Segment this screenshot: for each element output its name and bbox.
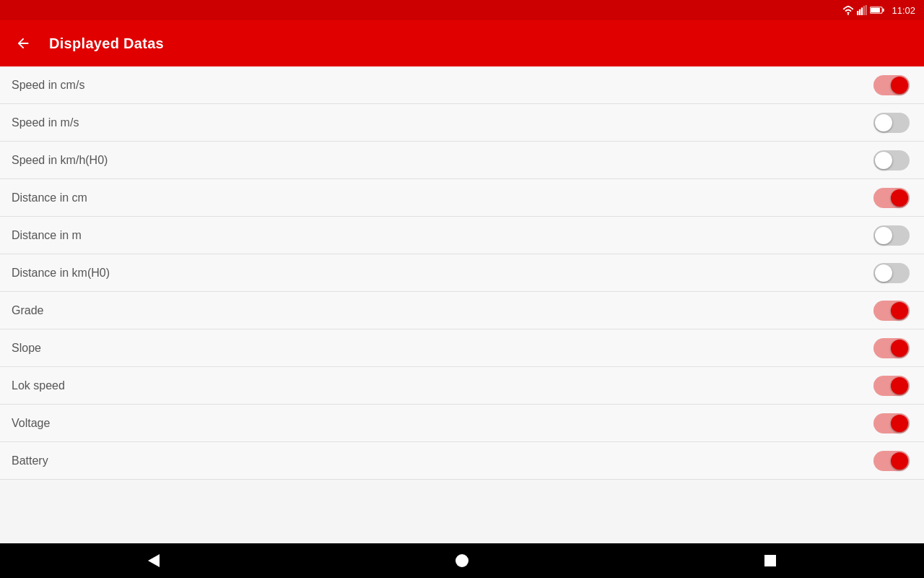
toggle-thumb bbox=[891, 340, 908, 357]
app-bar: Displayed Datas bbox=[0, 20, 924, 66]
app-bar-title: Displayed Datas bbox=[49, 35, 164, 52]
recent-nav-button[interactable] bbox=[749, 543, 792, 578]
home-nav-button[interactable] bbox=[440, 543, 484, 578]
settings-row: Speed in m/s bbox=[0, 104, 924, 142]
toggle-switch[interactable] bbox=[873, 451, 910, 471]
toggle-thumb bbox=[875, 227, 892, 244]
settings-list: Speed in cm/sSpeed in m/sSpeed in km/h(H… bbox=[0, 66, 924, 543]
status-bar-icons: 11:02 bbox=[842, 5, 915, 16]
toggle-switch[interactable] bbox=[873, 376, 910, 396]
settings-row: Distance in cm bbox=[0, 179, 924, 217]
row-label: Battery bbox=[12, 454, 48, 467]
recent-nav-icon bbox=[764, 555, 776, 566]
settings-row: Distance in m bbox=[0, 217, 924, 254]
row-label: Grade bbox=[12, 304, 43, 317]
svg-rect-8 bbox=[871, 8, 881, 12]
row-label: Speed in m/s bbox=[12, 116, 79, 129]
settings-row: Lok speed bbox=[0, 367, 924, 405]
toggle-switch[interactable] bbox=[873, 113, 910, 133]
svg-rect-1 bbox=[857, 11, 858, 15]
toggle-thumb bbox=[891, 77, 908, 94]
wifi-icon bbox=[842, 5, 854, 15]
row-label: Lok speed bbox=[12, 379, 65, 392]
row-label: Speed in km/h(H0) bbox=[12, 154, 108, 167]
svg-point-0 bbox=[847, 14, 849, 15]
row-label: Voltage bbox=[12, 417, 50, 430]
toggle-thumb bbox=[875, 264, 892, 282]
settings-row: Grade bbox=[0, 292, 924, 329]
svg-rect-7 bbox=[883, 9, 884, 12]
settings-row: Slope bbox=[0, 329, 924, 367]
settings-row: Voltage bbox=[0, 405, 924, 442]
back-nav-button[interactable] bbox=[132, 543, 175, 578]
toggle-thumb bbox=[875, 114, 892, 131]
home-nav-icon bbox=[456, 554, 468, 567]
svg-rect-5 bbox=[866, 5, 867, 15]
back-arrow-icon bbox=[15, 35, 31, 51]
svg-rect-3 bbox=[861, 8, 863, 16]
bottom-navigation bbox=[0, 543, 924, 578]
back-button[interactable] bbox=[12, 32, 35, 55]
toggle-thumb bbox=[891, 415, 908, 432]
row-label: Slope bbox=[12, 342, 41, 355]
toggle-switch[interactable] bbox=[873, 225, 910, 246]
toggle-switch[interactable] bbox=[873, 150, 910, 171]
toggle-switch[interactable] bbox=[873, 338, 910, 358]
settings-row: Battery bbox=[0, 442, 924, 480]
battery-icon bbox=[870, 6, 884, 14]
toggle-switch[interactable] bbox=[873, 75, 910, 95]
toggle-switch[interactable] bbox=[873, 301, 910, 321]
status-bar: 11:02 bbox=[0, 0, 924, 20]
row-label: Distance in km(H0) bbox=[12, 267, 110, 280]
toggle-switch[interactable] bbox=[873, 413, 910, 434]
row-label: Distance in cm bbox=[12, 191, 87, 204]
toggle-thumb bbox=[891, 377, 908, 394]
toggle-thumb bbox=[891, 452, 908, 470]
toggle-switch[interactable] bbox=[873, 263, 910, 283]
toggle-switch[interactable] bbox=[873, 188, 910, 208]
status-time: 11:02 bbox=[892, 5, 915, 16]
signal-icon bbox=[857, 5, 867, 15]
settings-row: Speed in km/h(H0) bbox=[0, 142, 924, 179]
toggle-thumb bbox=[891, 189, 908, 207]
svg-rect-2 bbox=[859, 9, 860, 15]
back-nav-icon bbox=[148, 554, 160, 567]
settings-row: Distance in km(H0) bbox=[0, 254, 924, 292]
toggle-thumb bbox=[875, 152, 892, 169]
row-label: Speed in cm/s bbox=[12, 79, 84, 92]
row-label: Distance in m bbox=[12, 229, 82, 242]
toggle-thumb bbox=[891, 302, 908, 319]
settings-row: Speed in cm/s bbox=[0, 66, 924, 104]
svg-rect-4 bbox=[863, 6, 865, 15]
